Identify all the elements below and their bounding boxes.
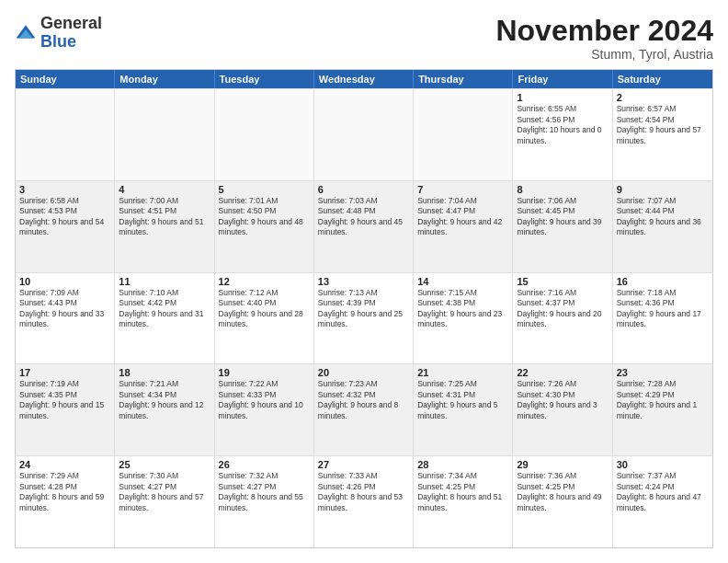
day-number: 21 — [417, 367, 508, 378]
day-info: Sunrise: 6:58 AM Sunset: 4:53 PM Dayligh… — [19, 196, 110, 238]
table-row: 27Sunrise: 7:33 AM Sunset: 4:26 PM Dayli… — [314, 456, 414, 547]
day-number: 7 — [417, 184, 508, 195]
logo-text: General Blue — [40, 15, 102, 52]
table-row: 18Sunrise: 7:21 AM Sunset: 4:34 PM Dayli… — [115, 364, 214, 455]
table-row — [215, 89, 314, 180]
table-row: 11Sunrise: 7:10 AM Sunset: 4:42 PM Dayli… — [115, 273, 214, 364]
week-row-2: 3Sunrise: 6:58 AM Sunset: 4:53 PM Daylig… — [16, 180, 712, 272]
table-row: 17Sunrise: 7:19 AM Sunset: 4:35 PM Dayli… — [16, 364, 115, 455]
day-info: Sunrise: 7:22 AM Sunset: 4:33 PM Dayligh… — [219, 379, 310, 421]
table-row: 9Sunrise: 7:07 AM Sunset: 4:44 PM Daylig… — [613, 181, 712, 272]
table-row: 7Sunrise: 7:04 AM Sunset: 4:47 PM Daylig… — [414, 181, 513, 272]
day-info: Sunrise: 7:30 AM Sunset: 4:27 PM Dayligh… — [119, 471, 210, 513]
table-row: 28Sunrise: 7:34 AM Sunset: 4:25 PM Dayli… — [414, 456, 513, 547]
header: General Blue November 2024 Stumm, Tyrol,… — [15, 15, 713, 62]
table-row: 21Sunrise: 7:25 AM Sunset: 4:31 PM Dayli… — [414, 364, 513, 455]
header-day-saturday: Saturday — [613, 70, 712, 88]
day-number: 13 — [318, 276, 409, 287]
location-subtitle: Stumm, Tyrol, Austria — [495, 47, 713, 62]
day-info: Sunrise: 7:34 AM Sunset: 4:25 PM Dayligh… — [417, 471, 508, 513]
day-info: Sunrise: 6:57 AM Sunset: 4:54 PM Dayligh… — [617, 104, 709, 146]
table-row: 4Sunrise: 7:00 AM Sunset: 4:51 PM Daylig… — [115, 181, 214, 272]
week-row-5: 24Sunrise: 7:29 AM Sunset: 4:28 PM Dayli… — [16, 455, 712, 547]
header-day-monday: Monday — [115, 70, 214, 88]
week-row-1: 1Sunrise: 6:55 AM Sunset: 4:56 PM Daylig… — [16, 88, 712, 180]
week-row-4: 17Sunrise: 7:19 AM Sunset: 4:35 PM Dayli… — [16, 363, 712, 455]
day-number: 26 — [219, 459, 310, 470]
header-day-tuesday: Tuesday — [215, 70, 314, 88]
day-number: 19 — [219, 367, 310, 378]
table-row: 29Sunrise: 7:36 AM Sunset: 4:25 PM Dayli… — [513, 456, 612, 547]
day-number: 9 — [617, 184, 709, 195]
day-info: Sunrise: 7:32 AM Sunset: 4:27 PM Dayligh… — [219, 471, 310, 513]
table-row: 6Sunrise: 7:03 AM Sunset: 4:48 PM Daylig… — [314, 181, 414, 272]
calendar: SundayMondayTuesdayWednesdayThursdayFrid… — [15, 69, 713, 548]
table-row: 14Sunrise: 7:15 AM Sunset: 4:38 PM Dayli… — [414, 273, 513, 364]
day-number: 29 — [517, 459, 608, 470]
month-title: November 2024 — [495, 15, 713, 47]
day-number: 25 — [119, 459, 210, 470]
day-number: 23 — [617, 367, 709, 378]
day-info: Sunrise: 7:03 AM Sunset: 4:48 PM Dayligh… — [318, 196, 409, 238]
day-number: 14 — [417, 276, 508, 287]
day-info: Sunrise: 7:29 AM Sunset: 4:28 PM Dayligh… — [19, 471, 110, 513]
table-row: 30Sunrise: 7:37 AM Sunset: 4:24 PM Dayli… — [613, 456, 712, 547]
page: General Blue November 2024 Stumm, Tyrol,… — [0, 0, 728, 563]
day-number: 16 — [617, 276, 709, 287]
table-row: 10Sunrise: 7:09 AM Sunset: 4:43 PM Dayli… — [16, 273, 115, 364]
day-info: Sunrise: 7:28 AM Sunset: 4:29 PM Dayligh… — [617, 379, 709, 421]
day-info: Sunrise: 7:04 AM Sunset: 4:47 PM Dayligh… — [417, 196, 508, 238]
day-info: Sunrise: 7:07 AM Sunset: 4:44 PM Dayligh… — [617, 196, 709, 238]
day-info: Sunrise: 7:01 AM Sunset: 4:50 PM Dayligh… — [219, 196, 310, 238]
table-row — [314, 89, 414, 180]
table-row — [115, 89, 214, 180]
calendar-body: 1Sunrise: 6:55 AM Sunset: 4:56 PM Daylig… — [16, 88, 712, 547]
header-day-thursday: Thursday — [414, 70, 513, 88]
header-day-sunday: Sunday — [16, 70, 115, 88]
day-number: 27 — [318, 459, 409, 470]
table-row: 3Sunrise: 6:58 AM Sunset: 4:53 PM Daylig… — [16, 181, 115, 272]
day-info: Sunrise: 7:33 AM Sunset: 4:26 PM Dayligh… — [318, 471, 409, 513]
table-row — [16, 89, 115, 180]
day-number: 4 — [119, 184, 210, 195]
table-row: 24Sunrise: 7:29 AM Sunset: 4:28 PM Dayli… — [16, 456, 115, 547]
day-info: Sunrise: 7:26 AM Sunset: 4:30 PM Dayligh… — [517, 379, 608, 421]
logo-general: General — [40, 14, 102, 32]
day-number: 24 — [19, 459, 110, 470]
logo: General Blue — [15, 15, 102, 52]
day-info: Sunrise: 7:25 AM Sunset: 4:31 PM Dayligh… — [417, 379, 508, 421]
day-info: Sunrise: 7:12 AM Sunset: 4:40 PM Dayligh… — [219, 288, 310, 330]
day-info: Sunrise: 7:18 AM Sunset: 4:36 PM Dayligh… — [617, 288, 709, 330]
day-number: 2 — [617, 92, 709, 103]
logo-blue: Blue — [40, 32, 76, 51]
day-number: 3 — [19, 184, 110, 195]
day-info: Sunrise: 7:19 AM Sunset: 4:35 PM Dayligh… — [19, 379, 110, 421]
day-number: 6 — [318, 184, 409, 195]
day-info: Sunrise: 6:55 AM Sunset: 4:56 PM Dayligh… — [517, 104, 608, 146]
week-row-3: 10Sunrise: 7:09 AM Sunset: 4:43 PM Dayli… — [16, 272, 712, 364]
header-day-friday: Friday — [513, 70, 612, 88]
day-info: Sunrise: 7:00 AM Sunset: 4:51 PM Dayligh… — [119, 196, 210, 238]
day-info: Sunrise: 7:06 AM Sunset: 4:45 PM Dayligh… — [517, 196, 608, 238]
day-number: 17 — [19, 367, 110, 378]
day-number: 8 — [517, 184, 608, 195]
day-info: Sunrise: 7:37 AM Sunset: 4:24 PM Dayligh… — [617, 471, 709, 513]
day-number: 1 — [517, 92, 608, 103]
day-info: Sunrise: 7:15 AM Sunset: 4:38 PM Dayligh… — [417, 288, 508, 330]
day-number: 22 — [517, 367, 608, 378]
day-number: 20 — [318, 367, 409, 378]
day-info: Sunrise: 7:10 AM Sunset: 4:42 PM Dayligh… — [119, 288, 210, 330]
day-number: 15 — [517, 276, 608, 287]
table-row: 5Sunrise: 7:01 AM Sunset: 4:50 PM Daylig… — [215, 181, 314, 272]
day-info: Sunrise: 7:36 AM Sunset: 4:25 PM Dayligh… — [517, 471, 608, 513]
day-info: Sunrise: 7:23 AM Sunset: 4:32 PM Dayligh… — [318, 379, 409, 421]
day-number: 18 — [119, 367, 210, 378]
table-row: 8Sunrise: 7:06 AM Sunset: 4:45 PM Daylig… — [513, 181, 612, 272]
day-number: 10 — [19, 276, 110, 287]
day-info: Sunrise: 7:09 AM Sunset: 4:43 PM Dayligh… — [19, 288, 110, 330]
day-number: 5 — [219, 184, 310, 195]
table-row: 26Sunrise: 7:32 AM Sunset: 4:27 PM Dayli… — [215, 456, 314, 547]
table-row: 25Sunrise: 7:30 AM Sunset: 4:27 PM Dayli… — [115, 456, 214, 547]
day-info: Sunrise: 7:13 AM Sunset: 4:39 PM Dayligh… — [318, 288, 409, 330]
calendar-header: SundayMondayTuesdayWednesdayThursdayFrid… — [16, 70, 712, 88]
